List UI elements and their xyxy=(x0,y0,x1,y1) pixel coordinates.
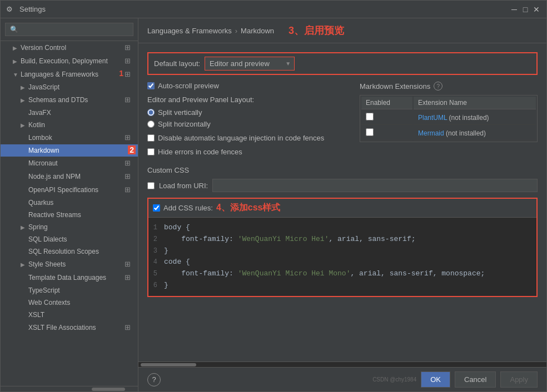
close-button[interactable]: ✕ xyxy=(532,5,541,14)
extensions-panel: Markdown Extensions ? Enabled Extension … xyxy=(360,82,538,142)
settings-icon: ⊞ xyxy=(125,260,133,269)
col-name: Extension Name xyxy=(414,97,536,109)
sidebar-item-style-sheets[interactable]: ▶ Style Sheets ⊞ xyxy=(1,258,138,271)
minimize-button[interactable]: ─ xyxy=(510,5,519,14)
sidebar-item-build[interactable]: ▶ Build, Execution, Deployment ⊞ xyxy=(1,54,138,68)
css-rules-box: Add CSS rules: 4、添加css样式 1 body { 2 font… xyxy=(147,198,538,297)
apply-button[interactable]: Apply xyxy=(500,371,538,388)
scrollbar-thumb xyxy=(141,363,196,366)
sidebar-item-xslt[interactable]: ▶ XSLT xyxy=(1,309,138,321)
sidebar-scrollbar[interactable] xyxy=(1,386,138,391)
sidebar-item-lombok[interactable]: ▶ Lombok ⊞ xyxy=(1,131,138,144)
split-horizontal-radio[interactable] xyxy=(147,120,155,128)
sidebar-item-version-control[interactable]: ▶ Version Control ⊞ xyxy=(1,41,138,54)
split-vertical-row: Split vertically xyxy=(147,108,351,117)
settings-window: ⚙ Settings ─ □ ✕ ▶ Version Control ⊞ ▶ B… xyxy=(0,0,547,392)
sidebar-item-typescript[interactable]: ▶ TypeScript xyxy=(1,284,138,296)
arrow-icon: ▶ xyxy=(21,122,28,128)
plantuml-status: (not installed) xyxy=(449,114,489,122)
sidebar-item-javafx[interactable]: ▶ JavaFX xyxy=(1,107,138,119)
settings-content: Default layout: Editor and preview Edito… xyxy=(138,43,546,361)
sidebar-item-web-contexts[interactable]: ▶ Web Contexts xyxy=(1,296,138,309)
split-horizontal-label: Split horizontally xyxy=(158,120,211,128)
search-input[interactable] xyxy=(5,23,133,36)
mermaid-checkbox[interactable] xyxy=(366,128,374,136)
sidebar-item-spring[interactable]: ▶ Spring xyxy=(1,221,138,233)
split-vertical-radio[interactable] xyxy=(147,109,155,116)
plantuml-name: PlantUML (not installed) xyxy=(414,110,536,125)
sidebar-item-template-data[interactable]: ▶ Template Data Languages ⊞ xyxy=(1,271,138,284)
settings-icon: ⊞ xyxy=(125,57,133,66)
sidebar-item-label: Schemas and DTDs xyxy=(28,96,125,104)
split-horizontal-row: Split horizontally xyxy=(147,120,351,128)
sidebar-item-schemas[interactable]: ▶ Schemas and DTDs ⊞ xyxy=(1,93,138,107)
auto-scroll-checkbox[interactable] xyxy=(147,82,155,89)
breadcrumb-annotation: 3、启用预览 xyxy=(289,24,344,37)
line-content: font-family: 'WenQuanYi Micro Hei Mono',… xyxy=(164,268,485,280)
col-enabled: Enabled xyxy=(361,97,412,109)
default-layout-label: Default layout: xyxy=(154,59,200,68)
sidebar-item-nodejs[interactable]: ▶ Node.js and NPM ⊞ xyxy=(1,170,138,183)
sidebar-item-sql-dialects[interactable]: ▶ SQL Dialects xyxy=(1,233,138,245)
sidebar-item-label: Spring xyxy=(28,223,133,231)
add-css-label: Add CSS rules: xyxy=(163,204,213,212)
arrow-icon: ▶ xyxy=(13,45,21,51)
settings-icon: ⊞ xyxy=(125,133,133,142)
breadcrumb-parent: Languages & Frameworks xyxy=(147,27,232,35)
default-layout-select-wrapper: Editor and preview Editor only Preview o… xyxy=(205,57,295,71)
maximize-button[interactable]: □ xyxy=(521,5,530,14)
sidebar-item-xslt-file[interactable]: ▶ XSLT File Associations ⊞ xyxy=(1,321,138,334)
sidebar-item-reactive-streams[interactable]: ▶ Reactive Streams xyxy=(1,209,138,221)
default-layout-select[interactable]: Editor and preview Editor only Preview o… xyxy=(205,57,294,70)
arrow-icon: ▶ xyxy=(21,262,28,268)
plantuml-checkbox[interactable] xyxy=(366,113,374,120)
sidebar-item-label: Style Sheets xyxy=(28,260,125,268)
sidebar-item-label: Node.js and NPM xyxy=(28,173,125,180)
sidebar-item-sql-resolution[interactable]: ▶ SQL Resolution Scopes xyxy=(1,245,138,258)
line-number: 5 xyxy=(148,269,164,279)
sidebar-item-openapi[interactable]: ▶ OpenAPI Specifications ⊞ xyxy=(1,183,138,197)
load-uri-label: Load from URI: xyxy=(159,182,208,190)
sidebar-item-label: TypeScript xyxy=(28,287,133,294)
sidebar-item-micronaut[interactable]: ▶ Micronaut ⊞ xyxy=(1,157,138,170)
arrow-icon: ▶ xyxy=(21,97,28,103)
hide-errors-row: Hide errors in code fences xyxy=(147,148,351,156)
sidebar-item-kotlin[interactable]: ▶ Kotlin xyxy=(1,119,138,131)
hide-errors-checkbox[interactable] xyxy=(147,148,155,155)
settings-icon: ⊞ xyxy=(125,172,133,181)
uri-input[interactable] xyxy=(212,179,538,192)
line-content: } xyxy=(164,245,168,257)
default-layout-row: Default layout: Editor and preview Edito… xyxy=(147,52,538,75)
sidebar-item-javascript[interactable]: ▶ JavaScript xyxy=(1,81,138,93)
search-box xyxy=(1,18,138,41)
disable-injection-checkbox[interactable] xyxy=(147,134,155,142)
sidebar-item-label: Kotlin xyxy=(28,121,133,129)
main-scrollbar[interactable] xyxy=(138,361,546,367)
cancel-button[interactable]: Cancel xyxy=(455,371,496,388)
disable-injection-label: Disable automatic language injection in … xyxy=(158,134,324,142)
ok-button[interactable]: OK xyxy=(421,371,450,388)
sidebar-item-label: Build, Execution, Deployment xyxy=(21,57,125,65)
watermark: CSDN @chy1984 xyxy=(372,376,416,383)
window-title: Settings xyxy=(19,5,510,13)
code-line-2: 2 font-family: 'WenQuanYi Micro Hei', ar… xyxy=(148,234,536,245)
add-css-checkbox[interactable] xyxy=(153,204,160,212)
help-button[interactable]: ? xyxy=(147,373,161,386)
settings-icon: ⊞ xyxy=(125,185,133,194)
extensions-header: Markdown Extensions ? xyxy=(360,82,538,91)
sidebar-item-label: XSLT xyxy=(28,311,133,319)
sidebar-item-languages-frameworks[interactable]: ▼ Languages & Frameworks 1 ⊞ xyxy=(1,68,138,81)
load-uri-checkbox[interactable] xyxy=(147,182,155,189)
main-content: ▶ Version Control ⊞ ▶ Build, Execution, … xyxy=(1,18,546,391)
arrow-icon: ▶ xyxy=(13,58,21,64)
breadcrumb-current: Markdown xyxy=(241,27,274,35)
sidebar-item-quarkus[interactable]: ▶ Quarkus xyxy=(1,197,138,209)
mermaid-name: Mermaid (not installed) xyxy=(414,126,536,140)
settings-icon: ⊞ xyxy=(125,43,133,52)
line-number: 6 xyxy=(148,280,164,291)
sidebar-item-label: OpenAPI Specifications xyxy=(28,186,125,194)
help-icon[interactable]: ? xyxy=(434,82,442,91)
breadcrumb-bar: Languages & Frameworks › Markdown 3、启用预览 xyxy=(138,18,546,43)
sidebar-item-markdown[interactable]: ▶ Markdown 2 xyxy=(1,144,138,157)
arrow-icon: ▶ xyxy=(21,84,28,91)
